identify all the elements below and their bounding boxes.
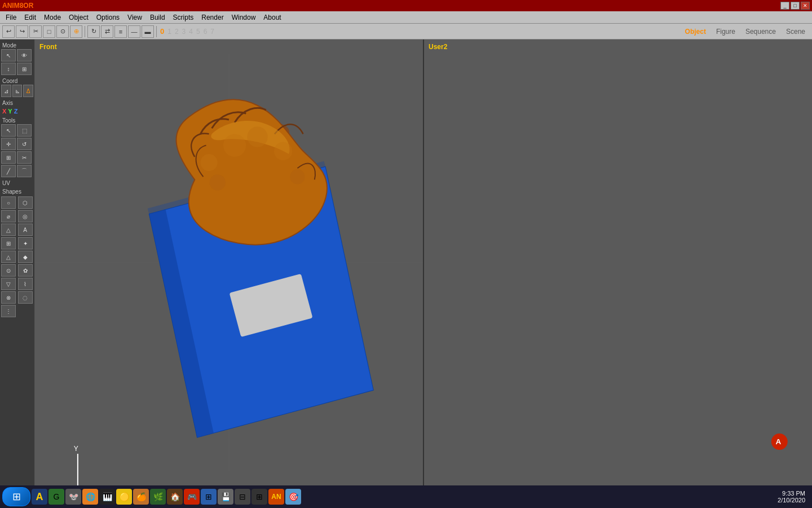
- app-logo: ANIM8OR: [2, 2, 33, 10]
- undo-button[interactable]: ↩: [2, 25, 15, 38]
- scale-mode-btn[interactable]: ⊞: [17, 63, 32, 75]
- undo-tool-btn[interactable]: ↺: [17, 138, 32, 150]
- menu-window[interactable]: Window: [228, 12, 259, 23]
- grid-shape-btn[interactable]: ⊞: [1, 237, 16, 249]
- text-btn[interactable]: A: [18, 224, 33, 236]
- funnel-btn[interactable]: ▽: [1, 278, 16, 290]
- menu-mode[interactable]: Mode: [41, 12, 64, 23]
- select-box-btn[interactable]: ⬚: [17, 124, 32, 137]
- taskbar-icon-8[interactable]: 🌿: [150, 489, 166, 505]
- triangle-btn[interactable]: △: [1, 224, 16, 236]
- taskbar-icon-anim8or[interactable]: AN: [268, 489, 284, 505]
- gear-shape-btn[interactable]: ✿: [18, 264, 33, 277]
- menu-options[interactable]: Options: [93, 12, 123, 23]
- menu-about[interactable]: About: [260, 12, 284, 23]
- helix-btn[interactable]: ⊗: [1, 291, 16, 304]
- uv-label: UV: [2, 180, 32, 186]
- start-button[interactable]: ⊞: [2, 487, 30, 506]
- open-button[interactable]: ⊙: [56, 25, 69, 38]
- sphere-btn[interactable]: ○: [1, 196, 16, 209]
- num-7[interactable]: 7: [210, 28, 214, 36]
- taskbar-icon-10[interactable]: 🎮: [184, 489, 200, 505]
- taskbar-icon-piano[interactable]: ⊞: [251, 489, 267, 505]
- taskbar-icon-6[interactable]: 🟡: [116, 489, 132, 505]
- select-mode-btn[interactable]: ↖: [1, 49, 16, 62]
- svg-text:Y: Y: [74, 445, 78, 453]
- coord-btn3[interactable]: Δ: [23, 85, 33, 97]
- connect-btn[interactable]: ⊞: [1, 151, 16, 164]
- taskbar-icon-7[interactable]: 🍊: [133, 489, 149, 505]
- taskbar-icon-a[interactable]: A: [32, 489, 47, 505]
- line-tool-btn[interactable]: ╱: [1, 165, 16, 177]
- taskbar-icon-12[interactable]: 💾: [218, 489, 233, 505]
- separator1: [85, 26, 85, 37]
- star-btn[interactable]: ✦: [18, 237, 33, 249]
- num-6[interactable]: 6: [204, 28, 208, 36]
- num-4[interactable]: 4: [189, 28, 193, 36]
- menu-scripts[interactable]: Scripts: [170, 12, 197, 23]
- cube-btn[interactable]: ⬡: [18, 196, 33, 209]
- view-mode-btn[interactable]: 👁: [17, 49, 32, 62]
- move-tool-btn[interactable]: ✛: [1, 138, 16, 150]
- line-button[interactable]: —: [128, 25, 140, 38]
- date-display: 2/10/2020: [778, 497, 805, 503]
- maximize-button[interactable]: □: [791, 2, 800, 10]
- tab-sequence[interactable]: Sequence: [741, 27, 780, 37]
- num-2[interactable]: 2: [175, 28, 179, 36]
- coord-row: ⊿ ⊾ Δ: [1, 85, 33, 97]
- select-tool-btn[interactable]: ↖: [1, 124, 16, 137]
- tab-scene[interactable]: Scene: [782, 27, 810, 37]
- titlebar-controls: _ □ ✕: [780, 2, 810, 10]
- coord-btn1[interactable]: ⊿: [1, 85, 11, 97]
- viewport-front[interactable]: Front: [35, 40, 424, 485]
- tab-figure[interactable]: Figure: [712, 27, 740, 37]
- axis-y[interactable]: Y: [8, 108, 12, 115]
- ring-btn[interactable]: ⊙: [1, 264, 16, 277]
- unknown-btn[interactable]: ⋮: [1, 305, 16, 317]
- cylinder-btn[interactable]: ⌀: [1, 210, 16, 222]
- redo-button[interactable]: ↪: [16, 25, 28, 38]
- taskbar-icon-5[interactable]: 🎹: [99, 489, 115, 505]
- menu-build[interactable]: Build: [147, 12, 169, 23]
- user2-viewport-svg: A: [424, 40, 812, 485]
- axis-z[interactable]: Z: [14, 108, 18, 115]
- menubar: File Edit Mode Object Options View Build…: [0, 11, 812, 24]
- taskbar-icon-chrome[interactable]: 🌐: [82, 489, 98, 505]
- taskbar-icon-11[interactable]: ⊞: [201, 489, 217, 505]
- freeform-btn[interactable]: ⌒: [17, 165, 32, 177]
- taskbar-icon-grammarly[interactable]: G: [48, 489, 64, 505]
- menu-file[interactable]: File: [2, 12, 20, 23]
- tab-object[interactable]: Object: [681, 27, 710, 37]
- taskbar-icon-3[interactable]: 🐭: [65, 489, 81, 505]
- viewport-user2[interactable]: User2: [424, 40, 812, 485]
- menu-object[interactable]: Object: [65, 12, 92, 23]
- grid-button[interactable]: ≡: [114, 25, 127, 38]
- spring-btn[interactable]: ⌇: [18, 278, 33, 290]
- torus-btn[interactable]: ◎: [18, 210, 33, 222]
- axis-x[interactable]: X: [2, 108, 6, 115]
- menu-view[interactable]: View: [124, 12, 145, 23]
- bar-button[interactable]: ▬: [142, 25, 154, 38]
- menu-render[interactable]: Render: [198, 12, 227, 23]
- transform-button[interactable]: ⇄: [101, 25, 113, 38]
- rotate-button[interactable]: ↻: [87, 25, 100, 38]
- new-button[interactable]: □: [43, 25, 55, 38]
- move-mode-btn[interactable]: ↕: [1, 63, 16, 75]
- cut-button[interactable]: ✂: [29, 25, 42, 38]
- diamond-btn[interactable]: ◆: [18, 251, 33, 263]
- knife-btn[interactable]: ✂: [17, 151, 32, 164]
- save-button[interactable]: ⊕: [70, 25, 82, 38]
- spiral-btn[interactable]: ◌: [18, 291, 33, 304]
- menu-edit[interactable]: Edit: [21, 12, 39, 23]
- taskbar-icon-13[interactable]: ⊟: [235, 489, 250, 505]
- close-button[interactable]: ✕: [801, 2, 810, 10]
- cone-btn[interactable]: △: [1, 251, 16, 263]
- num-0[interactable]: 0: [160, 27, 164, 36]
- minimize-button[interactable]: _: [780, 2, 789, 10]
- num-1[interactable]: 1: [167, 28, 171, 36]
- taskbar-icon-last[interactable]: 🎯: [285, 489, 301, 505]
- coord-btn2[interactable]: ⊾: [12, 85, 23, 97]
- num-3[interactable]: 3: [182, 28, 186, 36]
- taskbar-icon-9[interactable]: 🏠: [167, 489, 183, 505]
- num-5[interactable]: 5: [196, 28, 200, 36]
